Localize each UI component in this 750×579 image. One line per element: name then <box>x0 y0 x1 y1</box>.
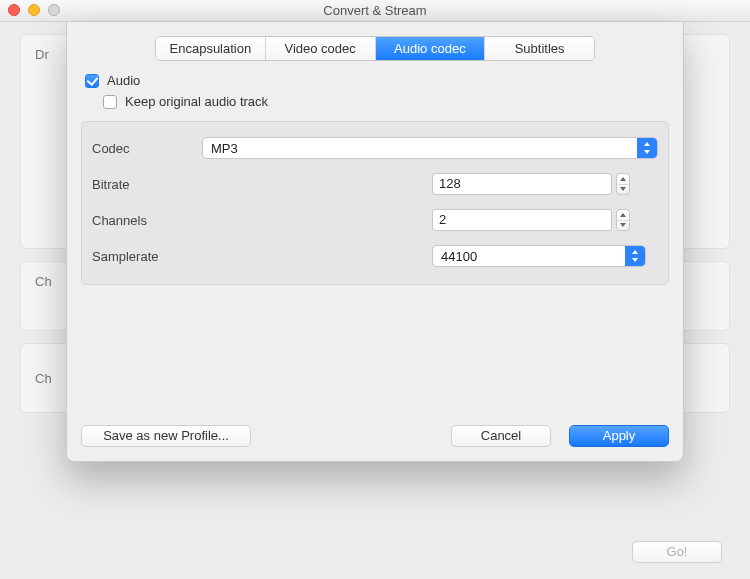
chevron-updown-icon <box>625 246 645 266</box>
checkbox-icon[interactable] <box>103 95 117 109</box>
minimize-icon[interactable] <box>28 4 40 16</box>
audio-checkbox-row[interactable]: Audio <box>85 73 683 88</box>
titlebar: Convert & Stream <box>0 0 750 22</box>
chevron-up-icon[interactable] <box>617 210 629 220</box>
samplerate-row: Samplerate 44100 <box>92 238 658 274</box>
samplerate-value: 44100 <box>433 249 625 264</box>
chevron-down-icon[interactable] <box>617 184 629 195</box>
channels-stepper[interactable] <box>616 209 630 231</box>
window-controls <box>8 4 60 16</box>
tab-audio-codec[interactable]: Audio codec <box>376 37 486 60</box>
profile-sheet: Encapsulation Video codec Audio codec Su… <box>66 22 684 462</box>
tab-encapsulation[interactable]: Encapsulation <box>156 37 266 60</box>
go-button: Go! <box>632 541 722 563</box>
samplerate-select[interactable]: 44100 <box>432 245 646 267</box>
panel-label: Dr <box>35 47 49 62</box>
codec-label: Codec <box>92 141 202 156</box>
close-icon[interactable] <box>8 4 20 16</box>
codec-select[interactable]: MP3 <box>202 137 658 159</box>
tab-video-codec[interactable]: Video codec <box>266 37 376 60</box>
chevron-down-icon[interactable] <box>617 220 629 231</box>
samplerate-label: Samplerate <box>92 249 202 264</box>
chevron-up-icon[interactable] <box>617 174 629 184</box>
keep-original-row[interactable]: Keep original audio track <box>103 94 683 109</box>
codec-value: MP3 <box>203 141 637 156</box>
codec-row: Codec MP3 <box>92 130 658 166</box>
cancel-button[interactable]: Cancel <box>451 425 551 447</box>
sheet-footer: Save as new Profile... Cancel Apply <box>81 425 669 447</box>
tab-bar: Encapsulation Video codec Audio codec Su… <box>155 36 595 61</box>
chevron-updown-icon <box>637 138 657 158</box>
panel-label: Ch <box>35 371 52 386</box>
save-profile-button[interactable]: Save as new Profile... <box>81 425 251 447</box>
apply-button[interactable]: Apply <box>569 425 669 447</box>
audio-form: Codec MP3 Bitrate 128 Channels 2 <box>81 121 669 285</box>
channels-input[interactable]: 2 <box>432 209 612 231</box>
tab-subtitles[interactable]: Subtitles <box>485 37 594 60</box>
bitrate-row: Bitrate 128 <box>92 166 658 202</box>
zoom-icon <box>48 4 60 16</box>
channels-row: Channels 2 <box>92 202 658 238</box>
panel-label: Ch <box>35 274 52 289</box>
channels-label: Channels <box>92 213 202 228</box>
bitrate-stepper[interactable] <box>616 173 630 195</box>
checkbox-icon[interactable] <box>85 74 99 88</box>
window-title: Convert & Stream <box>0 0 750 22</box>
bitrate-label: Bitrate <box>92 177 202 192</box>
audio-checkbox-label: Audio <box>107 73 140 88</box>
bitrate-input[interactable]: 128 <box>432 173 612 195</box>
keep-original-label: Keep original audio track <box>125 94 268 109</box>
